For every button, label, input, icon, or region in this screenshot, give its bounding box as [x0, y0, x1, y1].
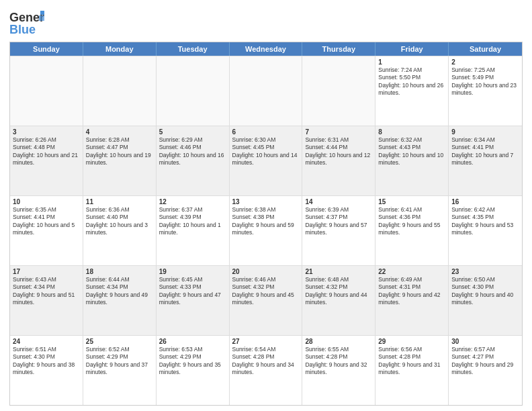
day-info: Sunrise: 6:53 AM Sunset: 4:29 PM Dayligh…	[159, 346, 226, 377]
calendar-cell: 23Sunrise: 6:50 AM Sunset: 4:30 PM Dayli…	[449, 266, 522, 335]
calendar-cell: 7Sunrise: 6:31 AM Sunset: 4:44 PM Daylig…	[302, 126, 375, 195]
day-number: 19	[159, 268, 226, 275]
calendar-row-4: 24Sunrise: 6:51 AM Sunset: 4:30 PM Dayli…	[10, 335, 522, 405]
day-info: Sunrise: 6:32 AM Sunset: 4:43 PM Dayligh…	[378, 136, 445, 167]
calendar-cell: 17Sunrise: 6:43 AM Sunset: 4:34 PM Dayli…	[10, 266, 83, 335]
calendar-cell: 18Sunrise: 6:44 AM Sunset: 4:34 PM Dayli…	[83, 266, 157, 335]
calendar-cell: 9Sunrise: 6:34 AM Sunset: 4:41 PM Daylig…	[449, 126, 522, 195]
header-day-monday: Monday	[83, 42, 157, 56]
page: General Blue SundayMondayTuesdayWednesda…	[0, 0, 532, 411]
day-number: 3	[13, 128, 80, 136]
day-number: 16	[451, 198, 519, 205]
calendar-cell	[83, 56, 157, 126]
day-info: Sunrise: 6:43 AM Sunset: 4:34 PM Dayligh…	[13, 276, 80, 307]
day-info: Sunrise: 6:48 AM Sunset: 4:32 PM Dayligh…	[305, 276, 372, 307]
day-info: Sunrise: 6:52 AM Sunset: 4:29 PM Dayligh…	[86, 346, 153, 377]
calendar-cell: 29Sunrise: 6:56 AM Sunset: 4:28 PM Dayli…	[375, 336, 449, 405]
day-number: 5	[159, 128, 226, 136]
day-number: 15	[378, 198, 445, 205]
calendar-row-1: 3Sunrise: 6:26 AM Sunset: 4:48 PM Daylig…	[10, 126, 522, 195]
day-info: Sunrise: 6:50 AM Sunset: 4:30 PM Dayligh…	[451, 276, 519, 307]
day-number: 12	[159, 198, 226, 205]
calendar-cell: 21Sunrise: 6:48 AM Sunset: 4:32 PM Dayli…	[302, 266, 375, 335]
day-number: 21	[305, 268, 372, 275]
header-day-sunday: Sunday	[10, 42, 83, 56]
day-info: Sunrise: 6:37 AM Sunset: 4:39 PM Dayligh…	[159, 206, 226, 237]
header-day-thursday: Thursday	[302, 42, 375, 56]
day-number: 29	[378, 338, 445, 345]
calendar-cell: 20Sunrise: 6:46 AM Sunset: 4:32 PM Dayli…	[230, 266, 303, 335]
calendar-cell: 2Sunrise: 7:25 AM Sunset: 5:49 PM Daylig…	[449, 56, 522, 126]
calendar-cell: 8Sunrise: 6:32 AM Sunset: 4:43 PM Daylig…	[375, 126, 449, 195]
logo: General Blue	[9, 8, 47, 38]
header-day-saturday: Saturday	[449, 42, 522, 56]
day-info: Sunrise: 6:38 AM Sunset: 4:38 PM Dayligh…	[232, 206, 300, 237]
day-number: 24	[13, 338, 80, 345]
day-info: Sunrise: 6:54 AM Sunset: 4:28 PM Dayligh…	[232, 346, 300, 377]
day-info: Sunrise: 7:24 AM Sunset: 5:50 PM Dayligh…	[378, 66, 445, 97]
day-info: Sunrise: 6:49 AM Sunset: 4:31 PM Dayligh…	[378, 276, 445, 307]
header-day-friday: Friday	[375, 42, 449, 56]
day-info: Sunrise: 6:41 AM Sunset: 4:36 PM Dayligh…	[378, 206, 445, 237]
calendar-cell: 14Sunrise: 6:39 AM Sunset: 4:37 PM Dayli…	[302, 196, 375, 265]
day-number: 25	[86, 338, 153, 345]
calendar-cell: 6Sunrise: 6:30 AM Sunset: 4:45 PM Daylig…	[230, 126, 303, 195]
day-number: 28	[305, 338, 372, 345]
day-number: 18	[86, 268, 153, 275]
day-info: Sunrise: 6:29 AM Sunset: 4:46 PM Dayligh…	[159, 136, 226, 167]
header-day-tuesday: Tuesday	[157, 42, 230, 56]
day-number: 14	[305, 198, 372, 205]
day-number: 27	[232, 338, 300, 345]
day-info: Sunrise: 6:51 AM Sunset: 4:30 PM Dayligh…	[13, 346, 80, 377]
day-number: 23	[451, 268, 519, 275]
calendar-cell: 24Sunrise: 6:51 AM Sunset: 4:30 PM Dayli…	[10, 336, 83, 405]
day-info: Sunrise: 6:39 AM Sunset: 4:37 PM Dayligh…	[305, 206, 372, 237]
day-info: Sunrise: 6:26 AM Sunset: 4:48 PM Dayligh…	[13, 136, 80, 167]
calendar-body: 1Sunrise: 7:24 AM Sunset: 5:50 PM Daylig…	[10, 56, 522, 405]
logo-icon: General Blue	[9, 8, 44, 38]
day-number: 26	[159, 338, 226, 345]
svg-text:Blue: Blue	[9, 23, 36, 36]
calendar-row-0: 1Sunrise: 7:24 AM Sunset: 5:50 PM Daylig…	[10, 56, 522, 126]
header-day-wednesday: Wednesday	[230, 42, 303, 56]
header: General Blue	[9, 8, 523, 38]
calendar-cell: 13Sunrise: 6:38 AM Sunset: 4:38 PM Dayli…	[230, 196, 303, 265]
day-number: 8	[378, 128, 445, 136]
calendar-cell: 11Sunrise: 6:36 AM Sunset: 4:40 PM Dayli…	[83, 196, 157, 265]
calendar-cell: 10Sunrise: 6:35 AM Sunset: 4:41 PM Dayli…	[10, 196, 83, 265]
day-info: Sunrise: 6:35 AM Sunset: 4:41 PM Dayligh…	[13, 206, 80, 237]
calendar-cell: 28Sunrise: 6:55 AM Sunset: 4:28 PM Dayli…	[302, 336, 375, 405]
calendar-cell: 4Sunrise: 6:28 AM Sunset: 4:47 PM Daylig…	[83, 126, 157, 195]
calendar-cell: 12Sunrise: 6:37 AM Sunset: 4:39 PM Dayli…	[157, 196, 230, 265]
day-info: Sunrise: 6:31 AM Sunset: 4:44 PM Dayligh…	[305, 136, 372, 167]
day-info: Sunrise: 6:56 AM Sunset: 4:28 PM Dayligh…	[378, 346, 445, 377]
day-info: Sunrise: 6:55 AM Sunset: 4:28 PM Dayligh…	[305, 346, 372, 377]
day-number: 20	[232, 268, 300, 275]
calendar-cell: 27Sunrise: 6:54 AM Sunset: 4:28 PM Dayli…	[230, 336, 303, 405]
calendar-cell	[302, 56, 375, 126]
day-number: 6	[232, 128, 300, 136]
day-number: 10	[13, 198, 80, 205]
calendar-cell: 3Sunrise: 6:26 AM Sunset: 4:48 PM Daylig…	[10, 126, 83, 195]
calendar-header: SundayMondayTuesdayWednesdayThursdayFrid…	[10, 42, 522, 56]
calendar-cell: 25Sunrise: 6:52 AM Sunset: 4:29 PM Dayli…	[83, 336, 157, 405]
day-number: 4	[86, 128, 153, 136]
calendar-cell: 15Sunrise: 6:41 AM Sunset: 4:36 PM Dayli…	[375, 196, 449, 265]
day-info: Sunrise: 6:44 AM Sunset: 4:34 PM Dayligh…	[86, 276, 153, 307]
svg-marker-3	[39, 15, 44, 21]
calendar-cell: 19Sunrise: 6:45 AM Sunset: 4:33 PM Dayli…	[157, 266, 230, 335]
day-info: Sunrise: 6:30 AM Sunset: 4:45 PM Dayligh…	[232, 136, 300, 167]
calendar-row-3: 17Sunrise: 6:43 AM Sunset: 4:34 PM Dayli…	[10, 265, 522, 335]
calendar-cell	[10, 56, 83, 126]
calendar-cell	[230, 56, 303, 126]
day-number: 17	[13, 268, 80, 275]
svg-marker-2	[40, 11, 44, 15]
calendar-cell: 30Sunrise: 6:57 AM Sunset: 4:27 PM Dayli…	[449, 336, 522, 405]
day-info: Sunrise: 6:45 AM Sunset: 4:33 PM Dayligh…	[159, 276, 226, 307]
calendar-cell: 16Sunrise: 6:42 AM Sunset: 4:35 PM Dayli…	[449, 196, 522, 265]
day-number: 13	[232, 198, 300, 205]
day-number: 30	[451, 338, 519, 345]
day-number: 11	[86, 198, 153, 205]
day-number: 1	[378, 58, 445, 66]
day-number: 7	[305, 128, 372, 136]
